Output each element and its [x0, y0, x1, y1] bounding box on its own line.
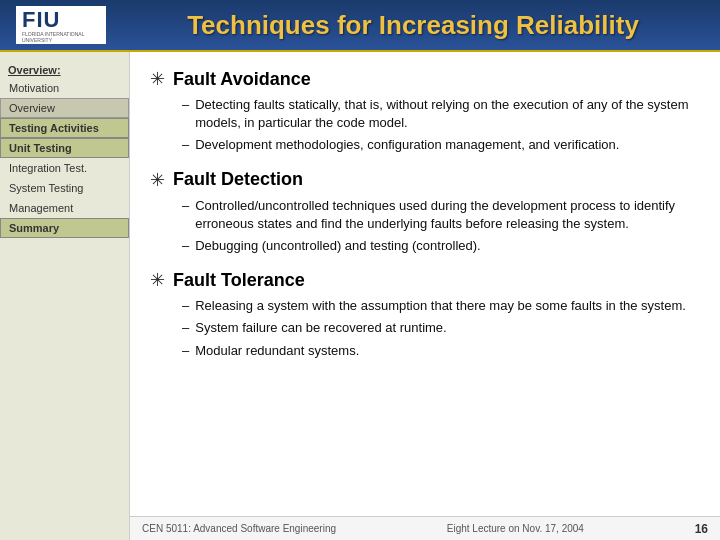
list-item: – Releasing a system with the assumption…: [182, 297, 700, 315]
sidebar: Overview: Motivation Overview Testing Ac…: [0, 52, 130, 540]
sidebar-item-motivation[interactable]: Motivation: [0, 78, 129, 98]
main-layout: Overview: Motivation Overview Testing Ac…: [0, 52, 720, 540]
sidebar-item-integration-test[interactable]: Integration Test.: [0, 158, 129, 178]
fault-detection-title: Fault Detection: [173, 169, 303, 190]
fault-tolerance-title: Fault Tolerance: [173, 270, 305, 291]
dash-icon: –: [182, 96, 189, 132]
fault-detection-item-2: Debugging (uncontrolled) and testing (co…: [195, 237, 480, 255]
list-item: – Debugging (uncontrolled) and testing (…: [182, 237, 700, 255]
dash-icon: –: [182, 319, 189, 337]
logo-area: FIU FLORIDA INTERNATIONAL UNIVERSITY: [16, 6, 106, 44]
footer: CEN 5011: Advanced Software Engineering …: [130, 516, 720, 540]
fault-avoidance-title: Fault Avoidance: [173, 69, 311, 90]
fault-tolerance-body: – Releasing a system with the assumption…: [150, 297, 700, 360]
fault-detection-item-1: Controlled/uncontrolled techniques used …: [195, 197, 700, 233]
fault-avoidance-body: – Detecting faults statically, that is, …: [150, 96, 700, 155]
page-title: Techniques for Increasing Reliability: [122, 10, 704, 41]
sidebar-item-system-testing[interactable]: System Testing: [0, 178, 129, 198]
fault-avoidance-item-2: Development methodologies, configuration…: [195, 136, 619, 154]
fault-tolerance-header: ✳ Fault Tolerance: [150, 269, 700, 291]
sidebar-item-summary[interactable]: Summary: [0, 218, 129, 238]
list-item: – System failure can be recovered at run…: [182, 319, 700, 337]
footer-page: 16: [695, 522, 708, 536]
sidebar-item-management[interactable]: Management: [0, 198, 129, 218]
bullet-star-1: ✳: [150, 68, 165, 90]
fault-tolerance-item-3: Modular redundant systems.: [195, 342, 359, 360]
footer-lecture: Eight Lecture on Nov. 17, 2004: [447, 523, 584, 534]
bullet-star-3: ✳: [150, 269, 165, 291]
dash-icon: –: [182, 297, 189, 315]
sidebar-item-overview[interactable]: Overview: [0, 98, 129, 118]
dash-icon: –: [182, 136, 189, 154]
dash-icon: –: [182, 237, 189, 255]
fault-tolerance-section: ✳ Fault Tolerance – Releasing a system w…: [150, 269, 700, 360]
dash-icon: –: [182, 197, 189, 233]
fault-detection-header: ✳ Fault Detection: [150, 169, 700, 191]
fault-detection-body: – Controlled/uncontrolled techniques use…: [150, 197, 700, 256]
fault-tolerance-item-2: System failure can be recovered at runti…: [195, 319, 446, 337]
sidebar-overview-label: Overview:: [0, 60, 129, 78]
logo-sub: FLORIDA INTERNATIONAL UNIVERSITY: [22, 31, 100, 43]
list-item: – Development methodologies, configurati…: [182, 136, 700, 154]
footer-course: CEN 5011: Advanced Software Engineering: [142, 523, 336, 534]
fault-tolerance-item-1: Releasing a system with the assumption t…: [195, 297, 686, 315]
dash-icon: –: [182, 342, 189, 360]
sidebar-item-unit-testing[interactable]: Unit Testing: [0, 138, 129, 158]
list-item: – Detecting faults statically, that is, …: [182, 96, 700, 132]
fault-avoidance-section: ✳ Fault Avoidance – Detecting faults sta…: [150, 68, 700, 155]
sidebar-item-testing-activities[interactable]: Testing Activities: [0, 118, 129, 138]
header: FIU FLORIDA INTERNATIONAL UNIVERSITY Tec…: [0, 0, 720, 52]
content-area: ✳ Fault Avoidance – Detecting faults sta…: [130, 52, 720, 540]
logo-box: FIU FLORIDA INTERNATIONAL UNIVERSITY: [16, 6, 106, 44]
bullet-star-2: ✳: [150, 169, 165, 191]
fault-detection-section: ✳ Fault Detection – Controlled/uncontrol…: [150, 169, 700, 256]
fault-avoidance-item-1: Detecting faults statically, that is, wi…: [195, 96, 700, 132]
list-item: – Modular redundant systems.: [182, 342, 700, 360]
logo-text: FIU: [22, 7, 60, 32]
list-item: – Controlled/uncontrolled techniques use…: [182, 197, 700, 233]
fault-avoidance-header: ✳ Fault Avoidance: [150, 68, 700, 90]
